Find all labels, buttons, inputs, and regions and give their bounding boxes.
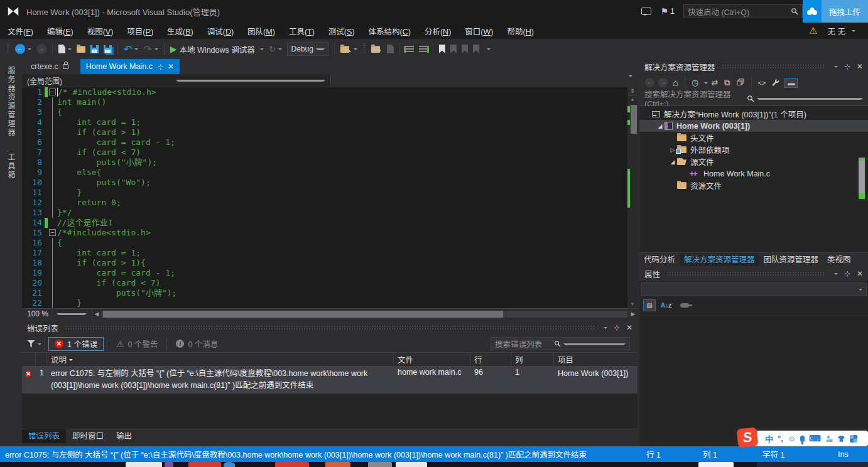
menu-item[interactable]: 项目(P) <box>127 25 153 37</box>
alphabetical-sort-icon[interactable]: A↓z <box>661 302 671 309</box>
error-row[interactable]: ✕ 1 error C1075: 与左侧的 大括号 “{” (位于 “e:\自主… <box>22 367 637 394</box>
drag-upload-button[interactable]: 拖拽上传 <box>822 0 868 23</box>
chevron-down-icon[interactable] <box>38 343 41 347</box>
soft-keyboard-icon[interactable]: ⌨ <box>809 434 821 443</box>
toggle-bookmark-button[interactable] <box>437 41 448 56</box>
scrollbar-thumb[interactable] <box>631 105 637 134</box>
find-in-files-button[interactable] <box>338 41 360 56</box>
new-file-button[interactable] <box>56 41 74 56</box>
properties-object-select[interactable] <box>641 282 867 296</box>
tree-item[interactable]: 资源文件 <box>639 180 868 191</box>
error-panel-tab[interactable]: 即时窗口 <box>66 429 110 443</box>
solution-configuration-select[interactable]: Debug <box>287 42 328 56</box>
taskbar-app[interactable] <box>224 462 235 467</box>
pin-icon[interactable]: ⊹ <box>844 269 850 278</box>
tree-item[interactable]: ++Home Work Main.c <box>639 168 868 180</box>
code-line[interactable]: 10 puts("Wo"); <box>22 178 627 188</box>
collapse-icon[interactable]: − <box>49 89 56 95</box>
editor-vertical-scrollbar[interactable]: ⇕ ▲ ▼ <box>627 87 637 308</box>
undo-button[interactable]: ↶ <box>121 41 141 56</box>
code-line[interactable]: 19 card = card - 1; <box>22 268 627 278</box>
tree-item[interactable]: ◢Home Work (003[1]) <box>639 120 868 132</box>
scroll-down-icon[interactable]: ▼ <box>627 301 637 308</box>
column-header-column[interactable]: 列 <box>511 353 554 366</box>
taskbar-app[interactable] <box>275 462 309 467</box>
code-line[interactable]: 17 int card = 1; <box>22 248 627 258</box>
next-bookmark-button[interactable] <box>459 41 470 56</box>
panel-menu-icon[interactable] <box>834 273 838 277</box>
toolbar-overflow-button[interactable] <box>482 41 493 56</box>
code-line[interactable]: 2int main() <box>22 97 627 107</box>
explorer-panel-tab[interactable]: 解决方案资源管理器 <box>680 253 759 267</box>
code-line[interactable]: 11 } <box>22 188 627 198</box>
redo-button[interactable]: ↷ <box>141 41 160 56</box>
taskbar-app[interactable] <box>126 462 162 467</box>
close-icon[interactable]: ✕ <box>168 62 174 71</box>
solution-explorer-scrollbar[interactable] <box>859 158 865 199</box>
tab-crtexe[interactable]: crtexe.c <box>25 59 74 74</box>
code-line[interactable]: 20 if (card < 7) <box>22 278 627 288</box>
messages-filter-button[interactable]: i 0 个消息 <box>170 337 224 351</box>
hscroll-track[interactable] <box>101 311 627 318</box>
collapse-all-icon[interactable]: ⧉ <box>724 78 730 88</box>
tree-item[interactable]: ◢源文件 <box>639 156 868 168</box>
taskbar-app[interactable] <box>368 462 392 467</box>
scroll-left-icon[interactable]: ◀ <box>92 311 101 317</box>
column-header-project[interactable]: 项目 <box>554 353 637 366</box>
start-debug-button[interactable]: ▶ 本地 Windows 调试器 <box>168 41 266 56</box>
sogou-logo-icon[interactable]: S <box>737 427 759 448</box>
menu-item[interactable]: 测试(S) <box>328 25 355 37</box>
member-dropdown[interactable] <box>331 74 637 87</box>
code-line[interactable]: 8 puts("小牌"); <box>22 158 627 168</box>
feedback-icon[interactable] <box>641 8 651 15</box>
previous-bookmark-button[interactable] <box>448 41 459 56</box>
menu-item[interactable]: 编辑(E) <box>47 25 73 37</box>
pending-changes-filter-icon[interactable]: ◷ <box>692 78 698 87</box>
baidu-cloud-icon[interactable] <box>803 0 822 23</box>
menu-item[interactable]: 窗口(W) <box>465 25 493 37</box>
emoji-icon[interactable]: ☺ <box>788 434 796 443</box>
panel-menu-icon[interactable] <box>834 66 838 70</box>
column-header-description[interactable]: 说明 <box>47 353 394 366</box>
taskbar-app[interactable] <box>396 462 427 467</box>
code-line[interactable]: 6 card = card - 1; <box>22 137 627 148</box>
code-editor[interactable]: 1−/* #include<stdio.h>2int main()3{4 int… <box>22 87 637 308</box>
home-icon[interactable]: ⌂ <box>673 77 678 88</box>
save-all-button[interactable] <box>101 41 114 56</box>
save-button[interactable] <box>88 41 101 56</box>
close-icon[interactable]: ✕ <box>626 323 632 332</box>
fold-margin[interactable]: − <box>48 87 57 97</box>
errors-filter-button[interactable]: ✕ 1 个错误 <box>48 337 104 351</box>
code-line[interactable]: 14//这个是作业1 <box>22 218 627 228</box>
zoom-select[interactable]: 100 % <box>22 309 92 319</box>
ime-mode-chinese[interactable]: 中 <box>765 432 773 444</box>
properties-wrench-icon[interactable] <box>771 78 779 87</box>
uncomment-button[interactable] <box>416 41 430 56</box>
hscroll-thumb[interactable] <box>103 311 503 318</box>
back-icon[interactable]: ← <box>645 78 654 87</box>
close-icon[interactable]: ✕ <box>857 62 863 71</box>
close-icon[interactable]: ✕ <box>857 269 863 278</box>
pin-icon[interactable]: ⊹ <box>158 63 163 71</box>
code-line[interactable]: 18 if (card > 1){ <box>22 258 627 268</box>
sync-icon[interactable]: ⇄ <box>711 78 718 87</box>
code-line[interactable]: 5 if (card > 1) <box>22 127 627 137</box>
code-line[interactable]: 12 return 0; <box>22 198 627 208</box>
scope-dropdown[interactable]: (全局范围) <box>22 74 331 87</box>
expander-icon[interactable]: ◢ <box>668 159 677 165</box>
menu-item[interactable]: 体系结构(C) <box>369 25 411 37</box>
warnings-filter-button[interactable]: ⚠ 0 个警告 <box>111 337 164 351</box>
microphone-icon[interactable] <box>800 436 805 442</box>
error-panel-tab[interactable]: 错误列表 <box>22 429 66 443</box>
scroll-up-icon[interactable]: ▲ <box>627 96 637 104</box>
preview-selected-items-toggle[interactable]: ▬ <box>784 78 798 88</box>
show-all-files-icon[interactable]: 🗇 <box>737 78 745 87</box>
code-line[interactable]: 16{ <box>22 238 627 248</box>
code-line[interactable]: 3{ <box>22 107 627 117</box>
taskbar-app[interactable] <box>188 462 221 467</box>
quick-launch-input[interactable]: 快速启动 (Ctrl+Q) <box>683 4 803 18</box>
code-line[interactable]: 22 } <box>22 298 627 308</box>
toolbar-grip[interactable] <box>7 43 9 55</box>
error-panel-tab[interactable]: 输出 <box>110 429 138 443</box>
toolbox-vertical-tab[interactable]: 工具箱 <box>6 153 16 180</box>
